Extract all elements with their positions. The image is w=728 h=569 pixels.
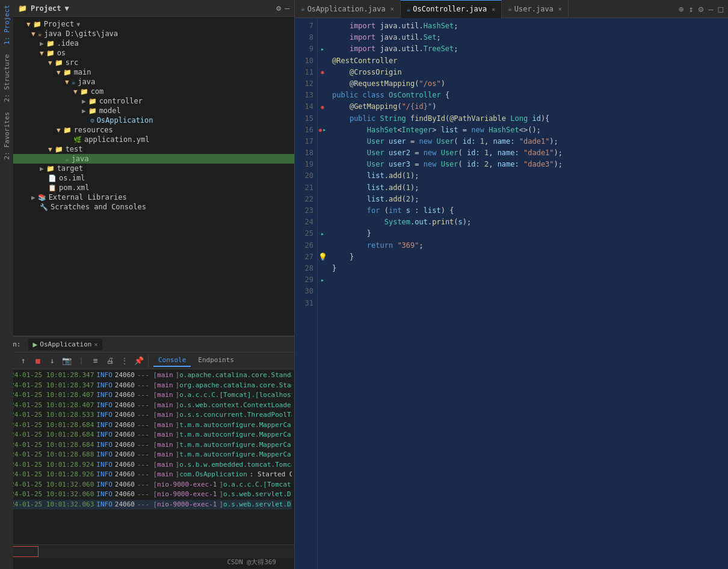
tree-item-src[interactable]: ▼ 📁 src: [13, 58, 294, 67]
vtab-project[interactable]: 1: Project: [1, 0, 13, 49]
vtab-favorites[interactable]: 2: Favorites: [1, 107, 13, 164]
console-tabs: Console Endpoints: [149, 352, 244, 369]
tree-item-test-java[interactable]: ☕ java: [13, 154, 294, 164]
console-output[interactable]: 2024-01-25 10:01:28.347 INFO 24060 --- […: [0, 369, 294, 544]
vtab-structure[interactable]: 2: Structure: [1, 49, 13, 106]
stop-btn[interactable]: ■: [31, 354, 45, 368]
code-editor[interactable]: 7 8 9 10 11 12 13 14 15 16 17 18 19 20 2…: [295, 18, 728, 569]
recentfiles-icon[interactable]: ↕: [688, 4, 693, 14]
java-file-icon: ☕: [508, 5, 512, 13]
tree-item-target[interactable]: ▶ 📁 target: [13, 164, 294, 173]
code-content[interactable]: import java.util.HashSet; import java.ut…: [327, 18, 728, 569]
arrow-icon: ▼: [31, 30, 35, 38]
java-folder-icon: ☕: [38, 30, 42, 38]
tree-item-yaml[interactable]: 🌿 application.yml: [13, 135, 294, 144]
expand-icon[interactable]: □: [718, 4, 723, 14]
tree-label: External Libraries: [49, 193, 127, 201]
code-line: User user = new User( id: 1, name: "dade…: [332, 136, 723, 147]
tree-item-resources[interactable]: ▼ 📁 resources: [13, 125, 294, 135]
tab-close-user[interactable]: ✕: [558, 5, 562, 12]
panel-dropdown-icon[interactable]: ▼: [65, 4, 69, 13]
tree-label: pom.xml: [59, 183, 90, 192]
tree-item-external-libs[interactable]: ▶ 📚 External Libraries: [13, 192, 294, 202]
minimize-icon[interactable]: —: [285, 4, 289, 13]
project-dropdown[interactable]: ▼: [76, 21, 80, 28]
code-line: User user3 = new User( id: 2, name: "dad…: [332, 159, 723, 170]
arrow-icon: ▶: [40, 40, 44, 48]
tree-item-project[interactable]: ▼ 📁 Project ▼: [13, 19, 294, 29]
tree-item-com[interactable]: ▼ 📁 com: [13, 87, 294, 96]
settings-icon[interactable]: ⚙: [276, 4, 281, 13]
more-btn[interactable]: ⋮: [118, 354, 131, 368]
tree-item-iml[interactable]: 📄 os.iml: [13, 173, 294, 183]
code-line: import java.util.Set;: [332, 32, 723, 43]
tab-oscontroller[interactable]: ☕ OsController.java ✕: [401, 0, 502, 18]
tree-label: target: [57, 164, 83, 173]
arrow-icon: ▶: [82, 107, 86, 115]
panel-header: 📁 Project ▼ ⚙ —: [13, 0, 294, 17]
tree-item-controller[interactable]: ▶ 📁 controller: [13, 96, 294, 106]
pin-btn[interactable]: 📌: [132, 354, 146, 368]
align-btn[interactable]: ≡: [89, 354, 102, 368]
run-toolbar: ↺ ↑ ■ ↓ 📷 | ≡ 🖨 ⋮ 📌: [0, 354, 149, 368]
code-line: list.add(2);: [332, 194, 723, 205]
arrow-icon: ▼: [73, 88, 78, 96]
tree-item-scratches[interactable]: 🔧 Scratches and Consoles: [13, 202, 294, 212]
tree-item-pom[interactable]: 📋 pom.xml: [13, 183, 294, 192]
watermark-bar: CSDN @大得369: [0, 558, 294, 569]
arrow-icon: ▼: [48, 146, 52, 153]
code-line: @RequestMapping("/os"): [332, 78, 723, 90]
tree-item-test[interactable]: ▼ 📁 test: [13, 144, 294, 154]
class-file-icon: ⚙: [90, 117, 94, 125]
scroll-down-btn[interactable]: ↓: [46, 354, 59, 368]
code-line: User user2 = new User( id: 1, name: "dad…: [332, 147, 723, 159]
tree-item-model[interactable]: ▶ 📁 model: [13, 106, 294, 115]
tab-console[interactable]: Console: [153, 354, 191, 367]
tab-endpoints[interactable]: Endpoints: [193, 354, 239, 367]
tree-label: src: [66, 58, 79, 67]
log-line: 2024-01-25 10:01:28.347 INFO 24060 --- […: [2, 371, 292, 381]
sidebar: 1: Project 2: Structure 2: Favorites 📁 P…: [0, 0, 295, 569]
tab-label: User.java: [514, 5, 554, 13]
folder-icon: 📁: [33, 20, 42, 28]
camera-btn[interactable]: 📷: [60, 354, 73, 368]
log-line: 2024-01-25 10:01:28.347 INFO 24060 --- […: [2, 381, 292, 391]
tab-close-osapplication[interactable]: ✕: [390, 5, 394, 12]
tree-item-os[interactable]: ▼ 📁 os: [13, 48, 294, 58]
gutter-icons: ▸ ● ● ●▸ ▸ 💡 ▸: [318, 18, 327, 569]
vertical-tab-strip: 1: Project 2: Structure 2: Favorites: [0, 0, 13, 569]
tree-label: java: [72, 155, 89, 163]
tree-item-java[interactable]: ▼ ☕ java D:\gits\java: [13, 29, 294, 38]
folder-icon: 📁: [63, 69, 72, 76]
minimize-icon[interactable]: —: [708, 4, 713, 14]
run-tab[interactable]: ▶ OsApplication ✕: [28, 339, 103, 350]
tree-label: model: [99, 106, 121, 115]
gear-icon[interactable]: ⚙: [699, 4, 703, 14]
tab-close-oscontroller[interactable]: ✕: [492, 6, 495, 13]
file-tree: ▼ 📁 Project ▼ ▼ ☕ java D:\gits\java ▶ 📁: [13, 17, 294, 336]
code-line: import java.util.HashSet;: [332, 20, 723, 32]
xml-icon: 📋: [48, 184, 57, 192]
code-line: public String findById(@PathVariable Lon…: [332, 113, 723, 125]
tree-item-main-java[interactable]: ▼ ☕ java: [13, 77, 294, 87]
code-line: @CrossOrigin: [332, 67, 723, 78]
tree-item-idea[interactable]: ▶ 📁 .idea: [13, 38, 294, 48]
arrow-icon: ▼: [48, 59, 52, 67]
separator: |: [75, 354, 88, 368]
panel-title-text: Project: [31, 4, 61, 13]
log-line: 2024-01-25 10:01:32.060 INFO 24060 --- […: [2, 490, 292, 500]
code-area: ☕ OsApplication.java ✕ ☕ OsController.ja…: [295, 0, 728, 569]
print-btn[interactable]: 🖨: [103, 354, 117, 368]
scroll-up-btn[interactable]: ↑: [17, 354, 30, 368]
tab-user[interactable]: ☕ User.java ✕: [502, 0, 569, 18]
tab-osapplication[interactable]: ☕ OsApplication.java ✕: [295, 0, 401, 18]
tree-item-osapplication[interactable]: ⚙ OsApplication: [13, 115, 294, 125]
code-line: list.add(1);: [332, 170, 723, 182]
log-line: 2024-01-25 10:01:28.407 INFO 24060 --- […: [2, 401, 292, 411]
tree-label: Project: [44, 20, 75, 28]
run-icon: ▶: [33, 340, 38, 349]
split-icon[interactable]: ⊕: [679, 4, 683, 14]
run-tab-close[interactable]: ✕: [94, 341, 97, 348]
tabs-bar: ☕ OsApplication.java ✕ ☕ OsController.ja…: [295, 0, 728, 18]
tree-item-main[interactable]: ▼ 📁 main: [13, 67, 294, 77]
